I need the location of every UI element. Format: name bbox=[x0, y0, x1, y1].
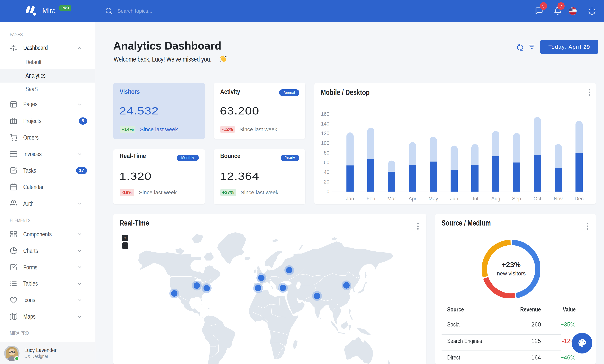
svg-text:100: 100 bbox=[321, 140, 329, 146]
svg-text:60: 60 bbox=[324, 160, 329, 165]
svg-text:Sep: Sep bbox=[512, 196, 521, 201]
svg-text:160: 160 bbox=[321, 111, 329, 117]
svg-text:120: 120 bbox=[321, 130, 329, 136]
svg-text:Nov: Nov bbox=[554, 196, 563, 201]
svg-text:140: 140 bbox=[321, 121, 329, 126]
svg-text:40: 40 bbox=[324, 169, 329, 175]
svg-text:Jun: Jun bbox=[450, 196, 458, 201]
svg-text:Feb: Feb bbox=[366, 196, 375, 201]
svg-text:May: May bbox=[428, 196, 438, 201]
svg-text:0: 0 bbox=[327, 188, 329, 194]
svg-text:Dec: Dec bbox=[575, 196, 584, 201]
svg-text:Jul: Jul bbox=[472, 196, 478, 201]
svg-text:Aug: Aug bbox=[491, 196, 500, 201]
svg-text:Jan: Jan bbox=[346, 196, 354, 201]
svg-text:Mar: Mar bbox=[387, 196, 396, 201]
svg-text:20: 20 bbox=[324, 179, 329, 184]
svg-text:Apr: Apr bbox=[409, 196, 416, 201]
svg-text:Oct: Oct bbox=[533, 196, 541, 201]
svg-text:80: 80 bbox=[324, 150, 329, 156]
